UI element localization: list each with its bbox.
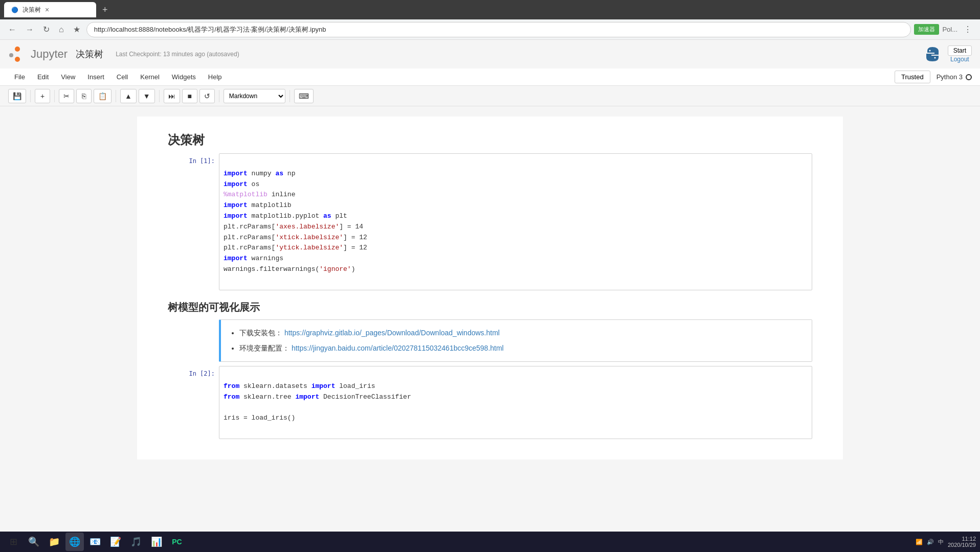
svg-point-4: [934, 57, 936, 59]
cell-2-content[interactable]: from sklearn.datasets import load_iris f…: [219, 366, 812, 439]
new-tab-button[interactable]: +: [99, 5, 111, 15]
taskbar-search[interactable]: 🔍: [25, 533, 43, 551]
graphviz-download-link[interactable]: https://graphviz.gitlab.io/_pages/Downlo…: [284, 329, 500, 337]
markdown-cell: 下载安装包： https://graphviz.gitlab.io/_pages…: [168, 319, 812, 362]
menu-file[interactable]: File: [8, 70, 31, 84]
notebook-content[interactable]: 决策树 In [1]: import numpy as np import os…: [0, 106, 980, 537]
taskbar-network-icon: 📶: [916, 539, 923, 545]
taskbar-datetime: 11:12 2020/10/29: [948, 536, 976, 548]
taskbar-pycharm[interactable]: PC: [168, 533, 186, 551]
cell-2-wrapper: In [2]: from sklearn.datasets import loa…: [168, 362, 812, 439]
cell-2: In [2]: from sklearn.datasets import loa…: [168, 366, 812, 439]
taskbar-start-button[interactable]: ⊞: [4, 533, 23, 551]
toolbar-separator-1: [30, 90, 31, 102]
taskbar-file-explorer[interactable]: 📁: [45, 533, 63, 551]
notebook-main-title: 决策树: [168, 122, 812, 153]
home-button[interactable]: ⌂: [56, 23, 67, 36]
address-bar[interactable]: [86, 22, 911, 37]
markdown-cell-content[interactable]: 下载安装包： https://graphviz.gitlab.io/_pages…: [219, 319, 812, 362]
menu-cell[interactable]: Cell: [110, 70, 134, 84]
menu-widgets[interactable]: Widgets: [166, 70, 202, 84]
cell-1-prompt: In [1]:: [168, 153, 219, 290]
start-button[interactable]: Start: [948, 45, 972, 56]
menu-insert[interactable]: Insert: [81, 70, 110, 84]
bookmark-button[interactable]: ★: [70, 22, 83, 36]
header-right: Start Logout: [923, 45, 972, 63]
interrupt-button[interactable]: ■: [182, 89, 197, 103]
keyboard-shortcuts-button[interactable]: ⌨: [294, 89, 314, 103]
trusted-button[interactable]: Trusted: [895, 71, 930, 83]
menu-kernel[interactable]: Kernel: [134, 70, 166, 84]
tab-close-button[interactable]: ×: [45, 6, 49, 14]
notebook-name[interactable]: 决策树: [76, 48, 103, 60]
taskbar-office[interactable]: 📊: [147, 533, 166, 551]
list-item-2: 环境变量配置： https://jingyan.baidu.com/articl…: [239, 340, 804, 356]
jupyter-logo-text: Jupyter: [31, 48, 68, 61]
taskbar-media[interactable]: 🎵: [127, 533, 145, 551]
taskbar-right: 📶 🔊 中 11:12 2020/10/29: [916, 536, 976, 548]
taskbar-notepad[interactable]: 📝: [106, 533, 125, 551]
menu-view[interactable]: View: [55, 70, 81, 84]
toolbar-separator-3: [116, 90, 116, 102]
copy-cell-button[interactable]: ⎘: [76, 89, 92, 103]
cell-1-code: import numpy as np import os %matplotlib…: [224, 158, 808, 286]
svg-point-0: [15, 47, 20, 52]
paste-cell-button[interactable]: 📋: [94, 89, 112, 103]
taskbar-browser[interactable]: 🌐: [65, 533, 84, 551]
browser-chrome: 🔵 决策树 × +: [0, 0, 980, 19]
checkpoint-info: Last Checkpoint: 13 minutes ago (autosav…: [116, 51, 239, 58]
browser-tab[interactable]: 🔵 决策树 ×: [4, 2, 96, 17]
taskbar-ime-icon: 中: [938, 538, 944, 546]
jupyter-logo: Jupyter: [8, 45, 68, 63]
toolbar: 💾 + ✂ ⎘ 📋 ▲ ▼ ⏭ ■ ↺ Markdown Code Raw NB…: [0, 86, 980, 106]
toolbar-separator-4: [159, 90, 160, 102]
nav-right-controls: 加速器 Pol... ⋮: [914, 22, 975, 36]
start-logout-area: Start Logout: [948, 45, 972, 63]
cell-1-content[interactable]: import numpy as np import os %matplotlib…: [219, 153, 812, 290]
add-cell-button[interactable]: +: [35, 89, 50, 103]
refresh-button[interactable]: ↻: [40, 22, 53, 36]
taskbar-speaker-icon: 🔊: [927, 539, 934, 545]
menu-edit[interactable]: Edit: [31, 70, 55, 84]
taskbar-mail[interactable]: 📧: [86, 533, 104, 551]
menu-button[interactable]: ⋮: [961, 22, 975, 36]
profile-area[interactable]: Pol...: [942, 26, 957, 33]
jupyter-logo-svg: [8, 45, 27, 63]
tab-title: 决策树: [23, 6, 41, 14]
move-up-button[interactable]: ▲: [120, 89, 137, 103]
svg-point-2: [9, 53, 13, 57]
cell-2-code: from sklearn.datasets import load_iris f…: [224, 371, 808, 434]
restart-button[interactable]: ↺: [199, 89, 215, 103]
run-next-button[interactable]: ⏭: [164, 89, 180, 103]
toolbar-separator-5: [219, 90, 219, 102]
list-item-1: 下载安装包： https://graphviz.gitlab.io/_pages…: [239, 325, 804, 341]
forward-button[interactable]: →: [23, 23, 37, 36]
save-button[interactable]: 💾: [8, 89, 26, 103]
back-button[interactable]: ←: [5, 23, 19, 36]
extension-button[interactable]: 加速器: [914, 24, 939, 35]
section-2-title: 树模型的可视化展示: [168, 290, 812, 319]
tab-favicon: 🔵: [11, 7, 18, 13]
notebook-inner: 决策树 In [1]: import numpy as np import os…: [137, 117, 843, 459]
env-config-link[interactable]: https://jingyan.baidu.com/article/020278…: [292, 344, 504, 352]
list-item-2-text: 环境变量配置：: [239, 344, 289, 352]
cell-1: In [1]: import numpy as np import os %ma…: [168, 153, 812, 290]
jupyter-title-bar: Jupyter 决策树 Last Checkpoint: 13 minutes …: [0, 40, 980, 68]
menu-help[interactable]: Help: [202, 70, 228, 84]
taskbar: ⊞ 🔍 📁 🌐 📧 📝 🎵 📊 PC 📶 🔊 中 11:12 2020/10/2…: [0, 532, 980, 552]
cell-2-prompt: In [2]:: [168, 366, 219, 439]
menu-bar: File Edit View Insert Cell Kernel Widget…: [0, 68, 980, 86]
markdown-cell-prompt: [168, 319, 219, 362]
cut-cell-button[interactable]: ✂: [59, 89, 74, 103]
markdown-cell-wrapper: 下载安装包： https://graphviz.gitlab.io/_pages…: [168, 319, 812, 362]
taskbar-time-display: 11:12: [948, 536, 976, 542]
toolbar-separator-2: [54, 90, 55, 102]
move-down-button[interactable]: ▼: [139, 89, 155, 103]
cell-type-select[interactable]: Markdown Code Raw NBConvert Heading: [224, 89, 285, 103]
logout-button[interactable]: Logout: [950, 56, 969, 63]
markdown-list: 下载安装包： https://graphviz.gitlab.io/_pages…: [229, 325, 804, 357]
navigation-bar: ← → ↻ ⌂ ★ 加速器 Pol... ⋮: [0, 19, 980, 40]
list-item-1-text: 下载安装包：: [239, 329, 282, 337]
svg-point-1: [15, 57, 20, 62]
kernel-info: Python 3: [937, 73, 972, 81]
